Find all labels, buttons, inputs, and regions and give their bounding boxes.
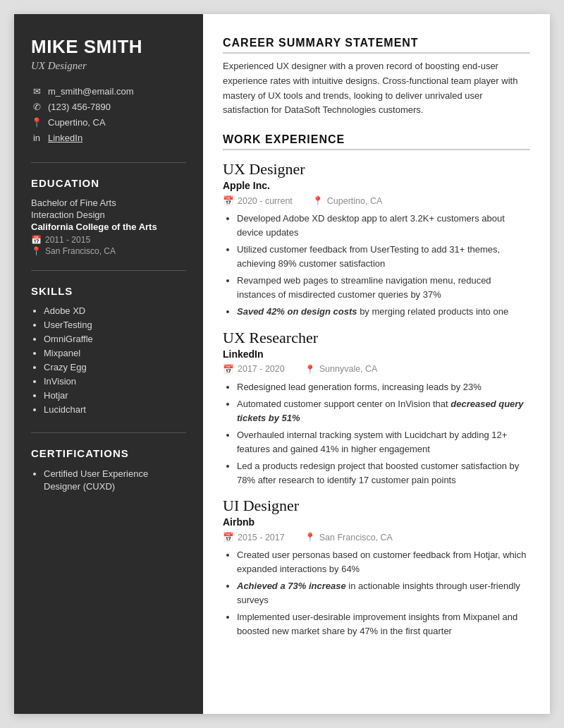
job-3: UI Designer Airbnb 📅 2015 - 2017 📍 San F… bbox=[223, 497, 530, 638]
calendar-icon: 📅 bbox=[31, 235, 42, 245]
resume-wrapper: MIKE SMITH UX Designer ✉ m_smith@email.c… bbox=[14, 14, 550, 714]
work-experience-section: WORK EXPERIENCE UX Designer Apple Inc. 📅… bbox=[223, 133, 530, 638]
skill-item: OmniGraffle bbox=[44, 334, 186, 344]
contact-linkedin[interactable]: in LinkedIn bbox=[31, 133, 186, 143]
candidate-name: MIKE SMITH bbox=[31, 37, 186, 57]
job-2-bullet-2: Automated customer support center on InV… bbox=[237, 397, 530, 425]
job-3-bullet-3: Implemented user-desirable improvement i… bbox=[237, 610, 530, 638]
career-summary-title: CAREER SUMMARY STATEMENT bbox=[223, 37, 530, 54]
email-icon: ✉ bbox=[31, 86, 42, 97]
calendar-icon: 📅 bbox=[223, 195, 234, 206]
job-1-highlight: Saved 42% on design costs bbox=[237, 306, 357, 317]
calendar-icon: 📅 bbox=[223, 364, 234, 375]
education-school: California College of the Arts bbox=[31, 222, 186, 232]
work-experience-title: WORK EXPERIENCE bbox=[223, 133, 530, 150]
skill-item: Crazy Egg bbox=[44, 362, 186, 372]
skill-item: InVision bbox=[44, 376, 186, 387]
job-3-meta: 📅 2015 - 2017 📍 San Francisco, CA bbox=[223, 532, 530, 542]
edu-location-icon: 📍 bbox=[31, 246, 42, 256]
job-2-title: UX Researcher bbox=[223, 329, 530, 347]
job-1-title: UX Designer bbox=[223, 160, 530, 178]
linkedin-icon: in bbox=[31, 133, 42, 143]
job-2-location: 📍 Sunnyvale, CA bbox=[305, 364, 378, 375]
calendar-icon: 📅 bbox=[223, 532, 234, 542]
sidebar-divider-3 bbox=[31, 432, 186, 433]
job-2-bullets: Redesigned lead generation forms, increa… bbox=[223, 380, 530, 487]
skill-item: Mixpanel bbox=[44, 348, 186, 358]
job-3-bullets: Created user personas based on customer … bbox=[223, 548, 530, 638]
sidebar: MIKE SMITH UX Designer ✉ m_smith@email.c… bbox=[14, 14, 203, 714]
education-section-title: EDUCATION bbox=[31, 177, 186, 189]
location-icon: 📍 bbox=[305, 532, 316, 542]
education-major: Interaction Design bbox=[31, 210, 186, 220]
skill-item: UserTesting bbox=[44, 320, 186, 330]
job-1-years: 📅 2020 - current bbox=[223, 195, 293, 206]
contact-phone: ✆ (123) 456-7890 bbox=[31, 102, 186, 112]
education-location: 📍 San Francisco, CA bbox=[31, 246, 186, 256]
job-2-bullet-3: Overhauled internal tracking system with… bbox=[237, 428, 530, 456]
career-summary-section: CAREER SUMMARY STATEMENT Experienced UX … bbox=[223, 37, 530, 118]
contact-location: 📍 Cupertino, CA bbox=[31, 117, 186, 128]
job-1-bullets: Developed Adobe XD desktop app to alert … bbox=[223, 212, 530, 319]
career-summary-text: Experienced UX designer with a proven re… bbox=[223, 59, 530, 118]
job-3-location: 📍 San Francisco, CA bbox=[305, 532, 393, 542]
location-icon: 📍 bbox=[31, 117, 42, 128]
job-3-years: 📅 2015 - 2017 bbox=[223, 532, 285, 542]
sidebar-divider-2 bbox=[31, 270, 186, 271]
education-degree: Bachelor of Fine Arts bbox=[31, 198, 186, 208]
job-2-highlight: decreased query tickets by 51% bbox=[237, 399, 524, 423]
job-1-meta: 📅 2020 - current 📍 Cupertino, CA bbox=[223, 195, 530, 206]
job-2: UX Researcher LinkedIn 📅 2017 - 2020 📍 S… bbox=[223, 329, 530, 487]
job-1-bullet-1: Developed Adobe XD desktop app to alert … bbox=[237, 212, 530, 239]
location-icon: 📍 bbox=[305, 364, 316, 375]
job-1-bullet-3: Revamped web pages to streamline navigat… bbox=[237, 274, 530, 301]
skills-section-title: SKILLS bbox=[31, 285, 186, 297]
job-3-bullet-1: Created user personas based on customer … bbox=[237, 548, 530, 576]
job-3-company: Airbnb bbox=[223, 516, 530, 528]
skills-list: Adobe XD UserTesting OmniGraffle Mixpane… bbox=[31, 305, 186, 418]
job-1: UX Designer Apple Inc. 📅 2020 - current … bbox=[223, 160, 530, 319]
job-3-title: UI Designer bbox=[223, 497, 530, 515]
skill-item: Hotjar bbox=[44, 390, 186, 401]
sidebar-divider-1 bbox=[31, 162, 186, 163]
job-1-location: 📍 Cupertino, CA bbox=[312, 195, 383, 206]
skill-item: Lucidchart bbox=[44, 404, 186, 415]
job-2-years: 📅 2017 - 2020 bbox=[223, 364, 285, 375]
job-3-bullet-2: Achieved a 73% increase in actionable in… bbox=[237, 579, 530, 607]
job-3-highlight: Achieved a 73% increase bbox=[237, 581, 346, 591]
contact-email: ✉ m_smith@email.com bbox=[31, 86, 186, 97]
job-1-bullet-2: Utilized customer feedback from UserTest… bbox=[237, 243, 530, 270]
job-2-bullet-4: Led a products redesign project that boo… bbox=[237, 459, 530, 487]
job-2-meta: 📅 2017 - 2020 📍 Sunnyvale, CA bbox=[223, 364, 530, 375]
education-years: 📅 2011 - 2015 bbox=[31, 235, 186, 245]
main-content: CAREER SUMMARY STATEMENT Experienced UX … bbox=[203, 14, 550, 714]
certifications-section-title: CERTIFICATIONS bbox=[31, 447, 186, 459]
skill-item: Adobe XD bbox=[44, 305, 186, 316]
job-1-company: Apple Inc. bbox=[223, 180, 530, 191]
location-icon: 📍 bbox=[312, 195, 324, 206]
job-2-bullet-1: Redesigned lead generation forms, increa… bbox=[237, 380, 530, 394]
candidate-title: UX Designer bbox=[31, 60, 186, 72]
job-2-company: LinkedIn bbox=[223, 348, 530, 360]
cert-item: Certified User Experience Designer (CUXD… bbox=[44, 468, 186, 493]
phone-icon: ✆ bbox=[31, 102, 42, 112]
certifications-list: Certified User Experience Designer (CUXD… bbox=[31, 468, 186, 497]
job-1-bullet-4: Saved 42% on design costs by merging rel… bbox=[237, 305, 530, 319]
